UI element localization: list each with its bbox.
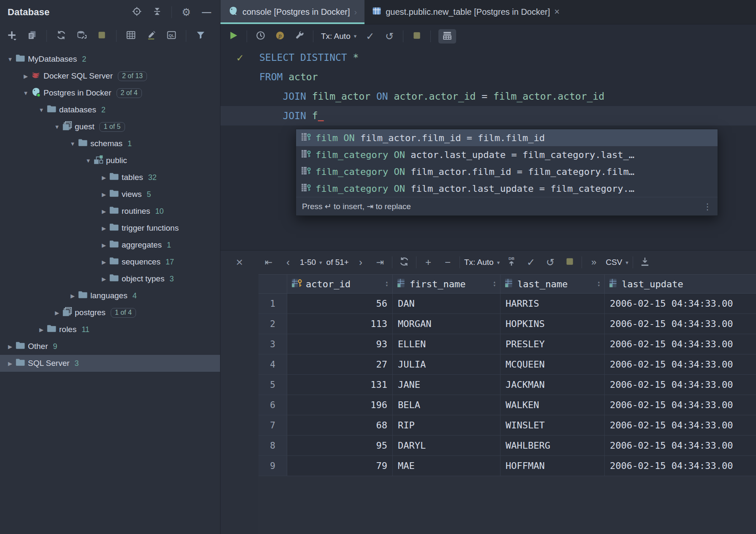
cell-last_name[interactable]: JACKMAN	[500, 375, 605, 395]
cell-first_name[interactable]: DAN	[393, 294, 500, 313]
tree-item-guest[interactable]: ▼guest1 of 5	[0, 118, 220, 135]
tree-item-object-types[interactable]: ▶object types3	[0, 270, 220, 287]
expand-chevron-icon[interactable]: ▶	[99, 225, 109, 232]
collapse-all-button[interactable]	[151, 5, 163, 19]
tree-item-public[interactable]: ▼public	[0, 152, 220, 169]
inline-results-toggle[interactable]	[438, 29, 456, 44]
expand-chevron-icon[interactable]: ▼	[68, 141, 78, 147]
expand-chevron-icon[interactable]: ▼	[36, 107, 46, 113]
commit-check-button[interactable]: ✓	[364, 29, 376, 44]
delete-row-button[interactable]: −	[440, 255, 455, 270]
expand-chevron-icon[interactable]: ▶	[99, 174, 109, 181]
filter-funnel-button[interactable]	[195, 29, 207, 43]
more-options-icon[interactable]: ⋮	[703, 202, 712, 212]
stop-button[interactable]	[562, 255, 577, 270]
edit-pencil-button[interactable]	[145, 29, 157, 43]
cell-actor_id[interactable]: 131	[287, 375, 393, 395]
expand-chevron-icon[interactable]: ▼	[5, 56, 15, 63]
tree-item-other[interactable]: ▶Other9	[0, 338, 220, 355]
cell-actor_id[interactable]: 196	[287, 395, 393, 415]
code-line-4[interactable]: JOIN f_	[220, 106, 756, 125]
cell-actor_id[interactable]: 113	[287, 314, 393, 334]
sort-toggle-icon[interactable]: ▴▾	[493, 281, 496, 287]
first-page-button[interactable]: ⇤	[261, 255, 276, 270]
prev-page-button[interactable]: ‹	[280, 255, 296, 270]
refresh-button[interactable]	[397, 255, 412, 270]
duplicate-button[interactable]	[26, 29, 38, 43]
row-number[interactable]: 8	[258, 436, 287, 455]
completion-item-4[interactable]: film_category ON film_actor.last_update …	[296, 180, 718, 197]
cell-last_name[interactable]: HOPKINS	[500, 314, 605, 334]
datasource-props-button[interactable]	[76, 29, 87, 43]
cell-first_name[interactable]: JANE	[393, 375, 500, 395]
cell-actor_id[interactable]: 79	[287, 456, 393, 476]
expand-chevron-icon[interactable]: ▶	[99, 276, 109, 282]
sort-toggle-icon[interactable]: ▴▾	[597, 281, 600, 287]
tree-item-aggregates[interactable]: ▶aggregates1	[0, 237, 220, 253]
cell-first_name[interactable]: BELA	[393, 395, 500, 415]
stop-button[interactable]	[411, 29, 423, 44]
code-line-1[interactable]: ✓SELECT DISTINCT *	[220, 48, 756, 67]
tx-selector-results[interactable]: Tx: Auto▾	[464, 255, 500, 270]
close-results-button[interactable]: ×	[236, 256, 243, 269]
run-play-button[interactable]	[227, 29, 239, 44]
cell-last_update[interactable]: 2006-02-15 04:34:33.00	[605, 436, 756, 455]
add-datasource-button[interactable]	[6, 29, 18, 43]
expand-chevron-icon[interactable]: ▶	[99, 208, 109, 215]
row-number[interactable]: 2	[258, 314, 287, 334]
column-header-last_update[interactable]: last_update	[605, 275, 756, 293]
expand-chevron-icon[interactable]: ▶	[99, 242, 109, 248]
download-button[interactable]	[637, 255, 653, 270]
profile-p-button[interactable]: p	[274, 29, 286, 44]
submit-db-button[interactable]: DB	[504, 255, 519, 270]
locate-button[interactable]	[131, 5, 143, 19]
cell-last_name[interactable]: PRESLEY	[500, 334, 605, 354]
column-header-actor_id[interactable]: actor_id▴▾	[287, 275, 393, 293]
cell-last_name[interactable]: WALKEN	[500, 395, 605, 415]
schedule-clock-button[interactable]	[255, 29, 267, 44]
expand-chevron-icon[interactable]: ▶	[36, 327, 46, 333]
cell-last_update[interactable]: 2006-02-15 04:34:33.00	[605, 375, 756, 395]
cell-first_name[interactable]: DARYL	[393, 436, 500, 455]
tree-item-schemas[interactable]: ▼schemas1	[0, 135, 220, 152]
cell-first_name[interactable]: ELLEN	[393, 334, 500, 354]
cell-actor_id[interactable]: 56	[287, 294, 393, 313]
code-line-3[interactable]: JOIN film_actor ON actor.actor_id = film…	[220, 87, 756, 106]
tree-item-tables[interactable]: ▶tables32	[0, 169, 220, 186]
row-number[interactable]: 9	[258, 456, 287, 476]
rollback-button[interactable]: ↺	[383, 29, 395, 44]
expand-chevron-icon[interactable]: ▶	[68, 293, 78, 299]
cell-last_name[interactable]: HARRIS	[500, 294, 605, 313]
cell-first_name[interactable]: JULIA	[393, 354, 500, 374]
cell-first_name[interactable]: MAE	[393, 456, 500, 476]
row-number[interactable]: 1	[258, 294, 287, 313]
cell-last_update[interactable]: 2006-02-15 04:34:33.00	[605, 314, 756, 334]
cell-actor_id[interactable]: 95	[287, 436, 393, 455]
completion-item-3[interactable]: film_category ON film_actor.film_id = fi…	[296, 163, 718, 180]
expand-chevron-icon[interactable]: ▶	[5, 343, 15, 350]
row-number[interactable]: 4	[258, 354, 287, 374]
tree-item-sql-server[interactable]: ▶SQL Server3	[0, 355, 220, 372]
commit-check-button[interactable]: ✓	[523, 255, 538, 270]
settings-gear-button[interactable]: ⚙	[180, 5, 192, 19]
expand-chevron-icon[interactable]: ▶	[99, 259, 109, 265]
tx-selector[interactable]: Tx: Auto▾	[321, 29, 356, 44]
expand-chevron-icon[interactable]: ▶	[5, 360, 15, 367]
completion-item-1[interactable]: film ON film_actor.film_id = film.film_i…	[296, 129, 718, 146]
expand-chevron-icon[interactable]: ▶	[52, 310, 62, 316]
tree-item-views[interactable]: ▶views5	[0, 186, 220, 203]
sql-editor[interactable]: ✓SELECT DISTINCT *FROM actor JOIN film_a…	[220, 48, 756, 250]
ql-console-button[interactable]: QL	[166, 29, 177, 43]
rollback-button[interactable]: ↺	[543, 255, 558, 270]
cell-last_update[interactable]: 2006-02-15 04:34:33.00	[605, 354, 756, 374]
tab-new-table[interactable]: guest.public.new_table [Postgres in Dock…	[364, 0, 567, 24]
tree-item-databases[interactable]: ▼databases2	[0, 101, 220, 118]
cell-last_update[interactable]: 2006-02-15 04:34:33.00	[605, 395, 756, 415]
cell-actor_id[interactable]: 27	[287, 354, 393, 374]
column-header-last_name[interactable]: last_name▴▾	[500, 275, 605, 293]
code-line-2[interactable]: FROM actor	[220, 67, 756, 87]
table-grid-button[interactable]	[125, 29, 137, 43]
cell-last_name[interactable]: WINSLET	[500, 415, 605, 435]
cell-first_name[interactable]: RIP	[393, 415, 500, 435]
row-number[interactable]: 7	[258, 415, 287, 435]
